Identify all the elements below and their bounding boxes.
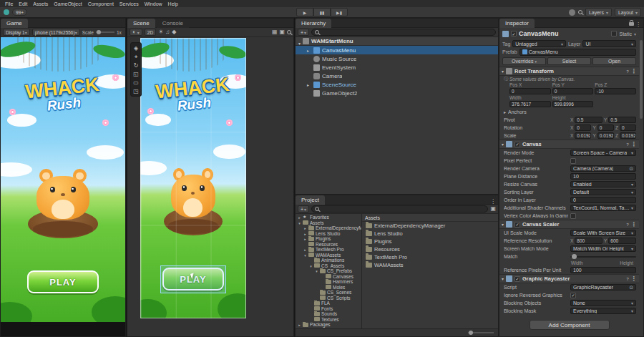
foldout-icon[interactable]	[298, 215, 301, 220]
effects-toggle-icon[interactable]: ◆	[172, 29, 176, 35]
hierarchy-item[interactable]: GameObject2	[296, 89, 498, 97]
ref-resolution-x-field[interactable]: 800	[575, 238, 602, 244]
foldout-icon[interactable]	[502, 275, 504, 282]
project-tree-item[interactable]: FLA	[296, 301, 361, 306]
help-icon[interactable]	[626, 221, 629, 228]
ref-resolution-y-field[interactable]: 600	[608, 238, 636, 244]
scene-view-content[interactable]: WHACK Rush PLAY	[127, 37, 293, 336]
foldout-icon[interactable]	[303, 225, 307, 230]
pause-button[interactable]: ▮▮	[313, 8, 331, 16]
slider-knob[interactable]	[469, 331, 473, 335]
property-control[interactable]: 10	[570, 173, 636, 180]
property-control[interactable]: Camera (Camera)	[570, 165, 636, 172]
menu-item[interactable]: Services	[117, 1, 142, 6]
hierarchy-item[interactable]: Music Source	[296, 54, 498, 63]
rotation-y-field[interactable]: 0	[597, 124, 614, 131]
play-button[interactable]: ▶	[296, 8, 313, 16]
foldout-icon[interactable]	[504, 109, 506, 115]
inspector-scrollbar[interactable]	[640, 40, 643, 119]
asset-item[interactable]: Resources	[362, 245, 498, 253]
pos-x-field[interactable]: 0	[509, 88, 551, 94]
kebab-menu-icon[interactable]	[631, 221, 637, 228]
object-picker-icon[interactable]	[629, 285, 633, 290]
project-tree-item[interactable]: Moles	[296, 285, 361, 290]
match-slider[interactable]	[570, 256, 636, 258]
property-control[interactable]: TexCoord1, Normal, Tangent	[570, 205, 636, 211]
asset-item[interactable]: ExternalDependencyManager	[362, 222, 498, 230]
scale-x-field[interactable]: 0.0192	[575, 132, 591, 139]
pos-y-field[interactable]: 0	[552, 88, 594, 94]
foldout-icon[interactable]	[502, 68, 504, 74]
foldout-icon[interactable]	[307, 82, 311, 88]
project-tree-item[interactable]: WAMAssets	[296, 253, 361, 258]
project-tree-item[interactable]: Hammers	[296, 279, 361, 285]
hierarchy-item[interactable]: CanvasMenu	[296, 46, 498, 54]
search-by-type-icon[interactable]: ▣	[490, 206, 496, 212]
component-enabled-checkbox[interactable]	[514, 222, 520, 228]
display-dropdown[interactable]: Display 1	[3, 29, 30, 36]
component-header-canvas[interactable]: Canvas	[499, 140, 639, 149]
property-control[interactable]: None	[570, 300, 636, 306]
checkbox[interactable]	[570, 293, 576, 298]
prefab-action-button[interactable]: Overrides	[502, 57, 546, 65]
scene-canvas[interactable]: WHACK Rush PLAY	[140, 38, 246, 318]
account-icon[interactable]	[569, 9, 575, 16]
pos-z-field[interactable]: -10	[595, 88, 636, 94]
scene-tool-button[interactable]	[131, 52, 141, 61]
reference-ppu-field[interactable]: 100	[570, 267, 636, 273]
search-icon[interactable]	[287, 30, 291, 34]
project-tree-item[interactable]: CS_Scenes	[296, 290, 361, 296]
scene-tool-button[interactable]	[131, 61, 141, 69]
tab-console[interactable]: Console	[157, 19, 189, 28]
tab-game[interactable]: Game	[1, 19, 28, 28]
screen-match-mode-dropdown[interactable]: Match Width Or Height	[570, 245, 636, 252]
foldout-icon[interactable]	[303, 231, 307, 236]
property-control[interactable]	[570, 157, 636, 164]
project-tree-item[interactable]: CS_Assets	[296, 263, 361, 269]
foldout-icon[interactable]	[502, 221, 504, 228]
foldout-icon[interactable]	[303, 253, 307, 258]
property-control[interactable]: Default	[570, 189, 636, 195]
project-tree-item[interactable]: Textures	[296, 317, 361, 323]
menu-item[interactable]: Component	[85, 1, 117, 6]
project-tree-item[interactable]: Animations	[296, 258, 361, 263]
project-tree-item[interactable]: Resources	[296, 242, 361, 248]
kebab-menu-icon[interactable]	[631, 141, 637, 147]
project-tree-item[interactable]: Fonts	[296, 306, 361, 312]
foldout-icon[interactable]	[303, 247, 307, 252]
static-checkbox[interactable]	[611, 31, 617, 36]
pivot-y-field[interactable]: 0.5	[608, 117, 636, 123]
resolution-dropdown[interactable]: phone (1179x2556)	[32, 29, 80, 36]
prefab-action-button[interactable]: Select	[547, 57, 591, 65]
property-control[interactable]: Screen Space - Camera	[570, 150, 636, 156]
icon-size-slider[interactable]	[468, 332, 494, 333]
property-control[interactable]: GraphicRaycaster	[570, 284, 636, 290]
scale-slider[interactable]	[96, 31, 114, 33]
foldout-icon[interactable]	[502, 141, 504, 147]
version-control-icon[interactable]	[4, 9, 9, 15]
shading-mode-dropdown[interactable]: ◐	[130, 29, 142, 36]
scale-z-field[interactable]: 0.0192	[620, 132, 636, 139]
project-tree-item[interactable]: Lens Studio	[296, 231, 361, 237]
menu-item[interactable]: Assets	[30, 1, 51, 6]
project-tree-item[interactable]: Packages	[296, 322, 361, 328]
menu-item[interactable]: Edit	[16, 1, 30, 6]
kebab-menu-icon[interactable]	[631, 68, 637, 74]
tab-project[interactable]: Project	[296, 195, 325, 205]
play-game-button[interactable]: PLAY	[27, 270, 99, 293]
hierarchy-item[interactable]: Camera	[296, 72, 498, 80]
help-icon[interactable]	[626, 68, 629, 74]
scene-tool-button[interactable]	[131, 78, 141, 87]
ui-scale-mode-dropdown[interactable]: Scale With Screen Size	[570, 230, 636, 236]
pivot-x-field[interactable]: 0.5	[575, 117, 602, 123]
tab-inspector[interactable]: Inspector	[499, 19, 535, 28]
rotation-z-field[interactable]: 0	[620, 124, 636, 131]
foldout-icon[interactable]	[303, 236, 307, 241]
menu-item[interactable]: File	[2, 1, 16, 6]
scene-tool-button[interactable]	[131, 69, 141, 78]
scale-y-field[interactable]: 0.0192	[597, 132, 614, 139]
scene-tool-button[interactable]	[131, 44, 141, 52]
property-control[interactable]: Everything	[570, 308, 636, 314]
gameobject-name[interactable]: CanvasMenu	[519, 30, 559, 37]
asset-item[interactable]: Lens Studio	[362, 230, 498, 238]
